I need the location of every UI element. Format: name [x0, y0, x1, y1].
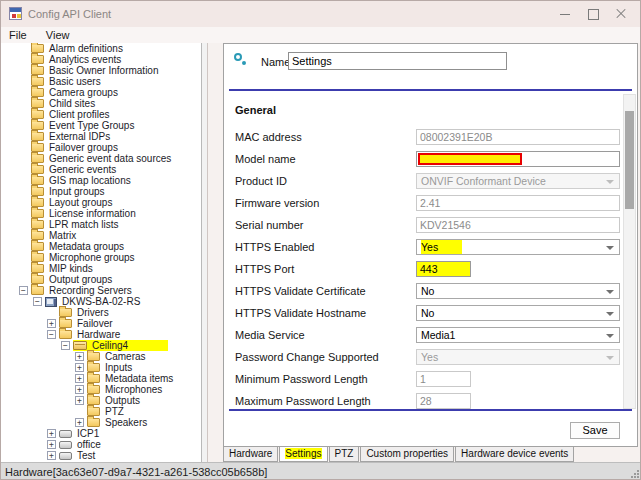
field-value: 443 — [420, 263, 438, 275]
tab-settings[interactable]: Settings — [279, 447, 327, 462]
folder-icon — [31, 220, 44, 229]
tree-item-microphones[interactable]: +Microphones — [1, 384, 207, 395]
tree-item-content: Basic Owner Information — [31, 65, 161, 76]
chevron-down-icon — [606, 356, 614, 360]
name-input[interactable]: Settings — [288, 52, 507, 70]
chevron-down-icon — [606, 290, 614, 294]
tree-item-ceiling4[interactable]: −Ceiling4 — [1, 340, 207, 351]
tab-ptz[interactable]: PTZ — [329, 447, 360, 462]
product-id-dropdown: ONVIF Conformant Device — [416, 173, 620, 189]
title-bar: Config API Client — [1, 1, 641, 27]
tree-item-outputs[interactable]: +Outputs — [1, 395, 207, 406]
device-icon — [59, 430, 72, 438]
section-title: General — [235, 104, 276, 116]
folder-icon — [31, 66, 44, 75]
tree-item-dkws-ba-02-rs[interactable]: −DKWS-BA-02-RS — [1, 296, 207, 307]
tree-item-cameras[interactable]: +Cameras — [1, 351, 207, 362]
tree-item-content: Matrix — [31, 230, 78, 241]
tree-minus-expander-icon[interactable]: − — [47, 330, 56, 339]
tree-item-label: Failover — [75, 318, 115, 329]
tree-item-label: LPR match lists — [47, 219, 120, 230]
scrollbar-thumb[interactable] — [625, 111, 634, 209]
tree-item-content: Output groups — [31, 274, 114, 285]
tree-item-icp1[interactable]: +ICP1 — [1, 428, 207, 439]
tree-plus-expander-icon[interactable]: + — [75, 374, 84, 383]
tree-scrollbar[interactable] — [201, 43, 207, 462]
folder-icon — [59, 319, 72, 328]
field-row-mac-address: MAC address08002391E20B — [224, 126, 637, 148]
field-row-maximum-password-length: Maximum Password Length28 — [224, 390, 637, 410]
field-row-https-enabled: HTTPS EnabledYes — [224, 236, 637, 258]
maximize-icon[interactable] — [579, 1, 607, 27]
tab-custom-properties[interactable]: Custom properties — [360, 447, 454, 462]
tree-plus-expander-icon[interactable]: + — [47, 429, 56, 438]
app-icon — [9, 7, 22, 20]
tree-item-label: Camera groups — [47, 87, 120, 98]
tree-item-recording-servers[interactable]: −Recording Servers — [1, 285, 207, 296]
folder-icon — [31, 253, 44, 262]
tab-hardware[interactable]: Hardware — [223, 447, 278, 462]
tree-item-speakers[interactable]: +Speakers — [1, 417, 207, 428]
tree-item-label: Metadata groups — [47, 241, 126, 252]
field-label: Password Change Supported — [235, 351, 379, 363]
https-validate-hostname-dropdown[interactable]: No — [416, 305, 620, 321]
tree-item-label: Event Type Groups — [47, 120, 136, 131]
status-text: Hardware[3ac63e07-d9a7-4321-a261-538cc05… — [5, 466, 267, 478]
tree-plus-expander-icon[interactable]: + — [75, 396, 84, 405]
tree-item-failover[interactable]: +Failover — [1, 318, 207, 329]
tree-item-test[interactable]: +Test — [1, 450, 207, 461]
tree-item-label: Microphone groups — [47, 252, 137, 263]
tree-plus-expander-icon[interactable]: + — [75, 352, 84, 361]
tree-minus-expander-icon[interactable]: − — [61, 341, 70, 350]
tree-plus-expander-icon[interactable]: + — [47, 451, 56, 460]
tree-item-office[interactable]: +office — [1, 439, 207, 450]
media-service-dropdown[interactable]: Media1 — [416, 327, 620, 343]
tree-minus-expander-icon[interactable]: − — [19, 286, 28, 295]
tree-item-content: Generic events — [31, 164, 118, 175]
status-bar: Hardware[3ac63e07-d9a7-4321-a261-538cc05… — [1, 462, 641, 480]
close-icon[interactable] — [607, 1, 635, 27]
tree-item-metadata-items[interactable]: +Metadata items — [1, 373, 207, 384]
https-enabled-dropdown[interactable]: Yes — [416, 239, 620, 255]
field-row-password-change-supported: Password Change SupportedYes — [224, 346, 637, 368]
folder-icon — [31, 176, 44, 185]
tree-item-ptz[interactable]: PTZ — [1, 406, 207, 417]
tree-item-content: Analytics events — [31, 54, 123, 65]
tree-item-content: Microphone groups — [31, 252, 137, 263]
tree-item-label: Cameras — [103, 351, 148, 362]
tree-item-label: Hardware — [75, 329, 122, 340]
device-icon — [59, 452, 72, 460]
tab-hardware-device-events[interactable]: Hardware device events — [455, 447, 574, 462]
field-row-https-validate-certificate: HTTPS Validate CertificateNo — [224, 280, 637, 302]
https-port-input[interactable]: 443 — [416, 261, 471, 277]
field-row-minimum-password-length: Minimum Password Length1 — [224, 368, 637, 390]
save-button[interactable]: Save — [570, 422, 620, 439]
tree-plus-expander-icon[interactable]: + — [47, 319, 56, 328]
tree-item-label: Ceiling4 — [90, 340, 130, 351]
tree-plus-expander-icon[interactable]: + — [75, 418, 84, 427]
folder-icon — [31, 231, 44, 240]
minimize-icon[interactable] — [551, 1, 579, 27]
tree-item-inputs[interactable]: +Inputs — [1, 362, 207, 373]
tree-item-drivers[interactable]: Drivers — [1, 307, 207, 318]
menu-view[interactable]: View — [38, 27, 78, 43]
model-name-input[interactable] — [416, 151, 620, 167]
tree-item-label: Alarm definitions — [47, 43, 125, 54]
tree-minus-expander-icon[interactable]: − — [33, 297, 42, 306]
https-validate-certificate-dropdown[interactable]: No — [416, 283, 620, 299]
field-value: ONVIF Conformant Device — [421, 175, 546, 187]
field-row-model-name: Model name — [224, 148, 637, 170]
tree-plus-expander-icon[interactable]: + — [75, 385, 84, 394]
form-scrollbar[interactable] — [623, 94, 636, 409]
field-row-https-validate-hostname: HTTPS Validate HostnameNo — [224, 302, 637, 324]
field-label: Product ID — [235, 175, 287, 187]
tree-item-label: Output groups — [47, 274, 114, 285]
resize-grip-icon[interactable] — [630, 469, 639, 478]
tree-plus-expander-icon[interactable]: + — [75, 363, 84, 372]
tree-plus-expander-icon[interactable]: + — [47, 440, 56, 449]
menu-file[interactable]: File — [1, 27, 35, 43]
tree-item-label: Basic users — [47, 76, 103, 87]
navigation-tree-panel: Alarm definitionsAnalytics eventsBasic O… — [1, 43, 208, 462]
tree-item-content: Test — [59, 450, 97, 461]
tree-item-hardware[interactable]: −Hardware — [1, 329, 207, 340]
